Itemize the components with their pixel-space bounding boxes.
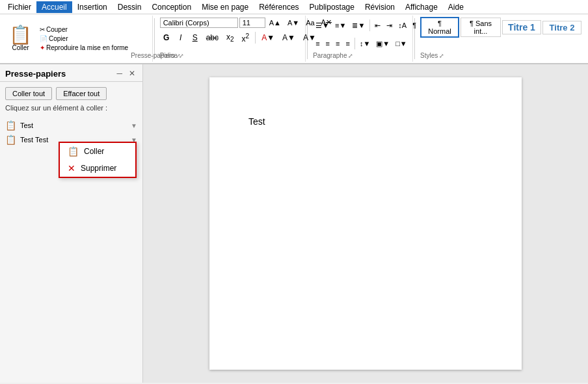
copy-icon: 📄 bbox=[40, 35, 47, 42]
sidebar-items: 📋 Test ▼ 📋 Test Test ▼ 📋 Coller ✕ bbox=[0, 116, 142, 383]
font-sep bbox=[255, 32, 256, 44]
align-right-btn[interactable]: ≡ bbox=[333, 38, 342, 49]
menu-bar: Fichier Accueil Insertion Dessin Concept… bbox=[0, 0, 588, 14]
sidebar-hint: Cliquez sur un élément à coller : bbox=[0, 103, 142, 116]
coller-menu-icon: 📋 bbox=[68, 146, 79, 157]
font-group-label: Police ⤢ bbox=[160, 52, 184, 60]
align-center-btn[interactable]: ≡ bbox=[323, 38, 332, 49]
coller-button[interactable]: 📋 Coller bbox=[7, 25, 34, 53]
style-sans-int[interactable]: ¶ Sans int... bbox=[461, 18, 501, 37]
menu-aide[interactable]: Aide bbox=[443, 1, 469, 13]
style-titre2[interactable]: Titre 2 bbox=[542, 21, 581, 34]
ribbon: 📋 Coller ✂ Couper 📄 Copier ✦ Reproduire … bbox=[0, 14, 588, 64]
increase-indent-btn[interactable]: ⇥ bbox=[384, 20, 395, 31]
clipboard-item-text-2: Test Test bbox=[20, 136, 48, 144]
sidebar-title: Presse-papiers bbox=[5, 69, 66, 79]
sidebar-close-icon[interactable]: ✕ bbox=[127, 68, 137, 79]
copier-button[interactable]: 📄 Copier bbox=[37, 34, 131, 43]
font-controls: A▲ A▼ Aa A✕ G I S abc x2 x2 A▼ A▼ A▼ bbox=[160, 17, 334, 46]
coller-label: Coller bbox=[12, 44, 29, 51]
font-group: A▲ A▼ Aa A✕ G I S abc x2 x2 A▼ A▼ A▼ bbox=[156, 16, 306, 62]
dropdown-arrow-1[interactable]: ▼ bbox=[131, 122, 137, 129]
coller-tout-button[interactable]: Coller tout bbox=[5, 87, 52, 100]
borders-btn[interactable]: □▼ bbox=[393, 38, 410, 49]
numbering-btn[interactable]: ≡▼ bbox=[332, 20, 349, 31]
font-row1: A▲ A▼ Aa A✕ bbox=[160, 17, 334, 28]
clipboard-group: 📋 Coller ✂ Couper 📄 Copier ✦ Reproduire … bbox=[3, 16, 153, 62]
font-expand-icon[interactable]: ⤢ bbox=[179, 53, 184, 59]
paragraph-group: ☰▼ ≡▼ ≣▼ ⇤ ⇥ ↕A ¶ ≡ ≡ ≡ ≡ ↕▼ ▣▼ bbox=[309, 16, 413, 62]
increase-font-btn[interactable]: A▲ bbox=[267, 18, 284, 28]
style-titre1[interactable]: Titre 1 bbox=[502, 20, 541, 34]
supprimer-menu-label: Supprimer bbox=[81, 164, 116, 173]
menu-affichage[interactable]: Affichage bbox=[400, 1, 443, 13]
styles-group-label: Styles ⤢ bbox=[420, 52, 444, 60]
sidebar: Presse-papiers ─ ✕ Coller tout Effacer t… bbox=[0, 64, 143, 383]
menu-mise-en-page[interactable]: Mise en page bbox=[196, 1, 254, 13]
underline-button[interactable]: S bbox=[189, 32, 202, 44]
font-color-button[interactable]: A▼ bbox=[258, 32, 278, 44]
clipboard-item-text-1: Test bbox=[20, 122, 33, 129]
menu-revision[interactable]: Révision bbox=[360, 1, 400, 13]
small-btns: ✂ Couper 📄 Copier ✦ Reproduire la mise e… bbox=[37, 25, 131, 52]
paintbrush-icon: ✦ bbox=[40, 44, 45, 51]
menu-publipostage[interactable]: Publipostage bbox=[304, 1, 360, 13]
sort-btn[interactable]: ↕A bbox=[395, 20, 409, 31]
reproduire-button[interactable]: ✦ Reproduire la mise en forme bbox=[37, 44, 131, 52]
para-group-label: Paragraphe ⤢ bbox=[313, 52, 353, 60]
superscript-button[interactable]: x2 bbox=[239, 31, 253, 45]
justify-btn[interactable]: ≡ bbox=[343, 38, 352, 49]
shading-btn[interactable]: ▣▼ bbox=[373, 38, 392, 49]
font-name-input[interactable] bbox=[160, 18, 238, 28]
clipboard-item-icon-2: 📋 bbox=[5, 134, 16, 145]
ribbon-content: 📋 Coller ✂ Couper 📄 Copier ✦ Reproduire … bbox=[0, 14, 588, 64]
clipboard-item-test[interactable]: 📋 Test ▼ bbox=[0, 118, 142, 133]
doc-area[interactable]: Test bbox=[143, 64, 588, 383]
sidebar-actions: Coller tout Effacer tout bbox=[0, 82, 142, 103]
sidebar-header: Presse-papiers ─ ✕ bbox=[0, 64, 142, 82]
line-spacing-btn[interactable]: ↕▼ bbox=[357, 38, 373, 49]
menu-dessin[interactable]: Dessin bbox=[113, 1, 147, 13]
paste-icon: 📋 bbox=[9, 26, 32, 44]
scissors-icon: ✂ bbox=[40, 26, 45, 33]
delete-menu-icon: ✕ bbox=[68, 163, 75, 173]
main-area: Presse-papiers ─ ✕ Coller tout Effacer t… bbox=[0, 64, 588, 383]
font-size-input[interactable] bbox=[239, 18, 265, 28]
bold-button[interactable]: G bbox=[160, 32, 173, 44]
para-row2: ≡ ≡ ≡ ≡ ↕▼ ▣▼ □▼ bbox=[313, 35, 419, 52]
font-row2: G I S abc x2 x2 A▼ A▼ A▼ bbox=[160, 29, 334, 46]
menu-accueil[interactable]: Accueil bbox=[36, 1, 72, 13]
context-menu-coller[interactable]: 📋 Coller bbox=[60, 143, 135, 160]
highlight-button[interactable]: A▼ bbox=[279, 32, 299, 44]
styles-box: ¶ Normal ¶ Sans int... Titre 1 Titre 2 bbox=[420, 17, 581, 38]
para-row1: ☰▼ ≡▼ ≣▼ ⇤ ⇥ ↕A ¶ bbox=[313, 17, 419, 34]
strikethrough-button[interactable]: abc bbox=[203, 32, 222, 44]
multilevel-btn[interactable]: ≣▼ bbox=[349, 20, 368, 31]
para-sep2 bbox=[354, 38, 355, 49]
clipboard-item-icon-1: 📋 bbox=[5, 120, 16, 131]
italic-button[interactable]: I bbox=[174, 32, 187, 44]
context-menu: 📋 Coller ✕ Supprimer bbox=[59, 142, 137, 178]
clipboard-item-testtest[interactable]: 📋 Test Test ▼ 📋 Coller ✕ Supprimer bbox=[0, 133, 142, 147]
decrease-font-btn[interactable]: A▼ bbox=[285, 18, 302, 28]
sidebar-minimize-icon[interactable]: ─ bbox=[114, 68, 124, 79]
coller-menu-label: Coller bbox=[84, 147, 104, 156]
sidebar-icons: ─ ✕ bbox=[114, 68, 137, 79]
styles-group: ¶ Normal ¶ Sans int... Titre 1 Titre 2 S… bbox=[416, 16, 585, 62]
context-menu-supprimer[interactable]: ✕ Supprimer bbox=[60, 160, 135, 177]
menu-fichier[interactable]: Fichier bbox=[3, 1, 36, 13]
subscript-button[interactable]: x2 bbox=[223, 31, 237, 44]
align-left-btn[interactable]: ≡ bbox=[313, 38, 322, 49]
bullets-btn[interactable]: ☰▼ bbox=[313, 20, 332, 31]
styles-expand-icon[interactable]: ⤢ bbox=[439, 53, 444, 59]
doc-page[interactable]: Test bbox=[209, 77, 522, 370]
menu-conception[interactable]: Conception bbox=[146, 1, 196, 13]
menu-references[interactable]: Références bbox=[254, 1, 304, 13]
decrease-indent-btn[interactable]: ⇤ bbox=[372, 20, 383, 31]
para-sep1 bbox=[369, 19, 370, 31]
effacer-tout-button[interactable]: Effacer tout bbox=[56, 87, 107, 100]
menu-insertion[interactable]: Insertion bbox=[72, 1, 113, 13]
para-expand-icon[interactable]: ⤢ bbox=[348, 53, 353, 59]
style-normal[interactable]: ¶ Normal bbox=[420, 17, 459, 38]
couper-button[interactable]: ✂ Couper bbox=[37, 25, 131, 34]
